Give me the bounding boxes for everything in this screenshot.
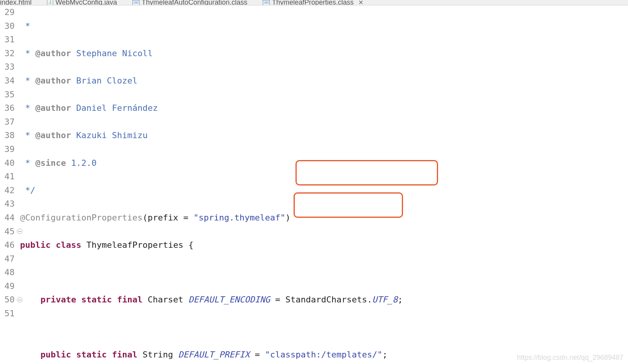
code-text: = StandardCharsets. — [270, 295, 372, 304]
author-name: Kazuki Shimizu — [71, 130, 148, 140]
annotation: @ConfigurationProperties — [20, 213, 143, 222]
tab-index-html[interactable]: index.html — [0, 0, 32, 5]
doc-comment: * — [20, 76, 35, 85]
line-number: 49 — [0, 279, 15, 293]
tab-label: ThymeleafAutoConfiguration.class — [142, 0, 247, 5]
string-literal: "classpath:/templates/" — [265, 350, 383, 359]
field-name: DEFAULT_PREFIX — [178, 350, 250, 359]
code-text: ; — [398, 295, 403, 304]
constant: UTF_8 — [372, 295, 398, 304]
doc-comment-end: */ — [20, 185, 35, 195]
line-number: 47 — [0, 252, 15, 266]
line-number: 44 — [0, 211, 15, 225]
doc-comment: * — [20, 158, 35, 168]
line-number: 50 — [0, 293, 15, 307]
line-number: 42 — [0, 184, 15, 197]
code-text: ; — [382, 350, 387, 359]
keyword: private static final — [20, 295, 143, 304]
line-number: 51 — [0, 307, 15, 321]
line-number: 30 — [0, 19, 15, 33]
type: String — [138, 350, 178, 359]
author-name: Stephane Nicoll — [71, 48, 153, 58]
doc-tag-author: @author — [35, 48, 71, 58]
line-number: 45 — [0, 225, 15, 239]
doc-tag-author: @author — [35, 130, 71, 140]
line-number: 41 — [0, 170, 15, 184]
keyword: class — [50, 240, 81, 250]
tab-label: WebMvcConfig.java — [55, 0, 117, 5]
keyword: public — [20, 240, 50, 250]
close-icon[interactable]: ✕ — [356, 0, 363, 5]
doc-tag-since: @since — [35, 158, 66, 168]
line-number-gutter: 29303132333435363738394041424344−4546474… — [0, 5, 17, 364]
doc-tag-author: @author — [35, 103, 71, 113]
code-text: (prefix = — [143, 213, 193, 222]
watermark-text: https://blog.csdn.net/qq_29689487 — [517, 354, 623, 362]
tab-webmvcconfig[interactable]: J WebMvcConfig.java — [47, 0, 117, 5]
doc-comment: * — [20, 130, 35, 140]
author-name: Brian Clozel — [71, 76, 137, 85]
code-area[interactable]: * * @author Stephane Nicoll * @author Br… — [17, 5, 628, 364]
code-text: = — [250, 350, 265, 359]
class-name: ThymeleafProperties { — [81, 240, 193, 250]
tab-label: index.html — [0, 0, 32, 5]
line-number: 48 — [0, 265, 15, 279]
line-number: 39 — [0, 142, 15, 156]
code-editor[interactable]: 29303132333435363738394041424344−4546474… — [0, 5, 628, 364]
doc-comment: * — [20, 21, 30, 31]
field-name: DEFAULT_ENCODING — [188, 295, 270, 304]
type: Charset — [143, 295, 188, 304]
class-file-icon: 010 — [263, 0, 270, 5]
editor-tabs: index.html J WebMvcConfig.java 010 Thyme… — [0, 0, 628, 5]
line-number: 35 — [0, 88, 15, 102]
since-version: 1.2.0 — [66, 158, 96, 168]
line-number: 37 — [0, 115, 15, 129]
line-number: 43 — [0, 197, 15, 211]
string-literal: "spring.thymeleaf" — [193, 213, 285, 222]
line-number: 40 — [0, 156, 15, 170]
line-number: 29 — [0, 5, 15, 19]
class-file-icon: 010 — [133, 0, 139, 5]
tab-label: ThymeleafProperties.class — [272, 0, 354, 5]
line-number: 31 — [0, 33, 15, 47]
doc-comment: * — [20, 48, 35, 58]
code-text: ) — [285, 213, 290, 222]
tab-thymeleaf-autoconfig[interactable]: 010 ThymeleafAutoConfiguration.class — [133, 0, 247, 5]
doc-tag-author: @author — [35, 76, 71, 85]
line-number: 36 — [0, 101, 15, 115]
keyword: public static final — [20, 350, 138, 359]
line-number: 34 — [0, 74, 15, 88]
line-number: 33 — [0, 60, 15, 74]
line-number: 46 — [0, 238, 15, 252]
java-file-icon: J — [47, 0, 53, 5]
tab-thymeleaf-properties[interactable]: 010 ThymeleafProperties.class ✕ — [263, 0, 363, 5]
line-number: 38 — [0, 129, 15, 142]
author-name: Daniel Fernández — [71, 103, 158, 113]
line-number: 32 — [0, 47, 15, 60]
doc-comment: * — [20, 103, 35, 113]
